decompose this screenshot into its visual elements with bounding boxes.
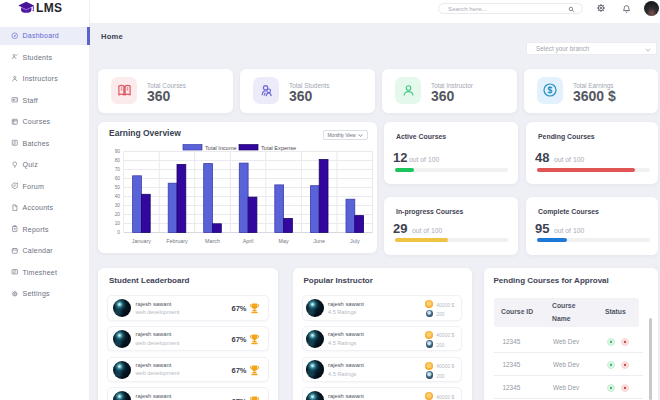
svg-text:Total Expense: Total Expense bbox=[261, 145, 296, 151]
svg-text:60: 60 bbox=[115, 176, 121, 181]
svg-text:30: 30 bbox=[115, 203, 121, 208]
svg-text:May: May bbox=[279, 238, 289, 244]
svg-text:January: January bbox=[132, 238, 151, 244]
svg-text:70: 70 bbox=[115, 167, 121, 172]
svg-text:80: 80 bbox=[115, 158, 121, 163]
svg-text:90: 90 bbox=[115, 149, 121, 154]
svg-text:0: 0 bbox=[117, 230, 120, 235]
svg-text:July: July bbox=[350, 238, 360, 244]
svg-text:March: March bbox=[205, 238, 220, 244]
svg-text:February: February bbox=[166, 238, 188, 244]
svg-text:50: 50 bbox=[115, 185, 121, 190]
svg-text:April: April bbox=[243, 238, 254, 244]
svg-text:Total Income: Total Income bbox=[205, 145, 237, 151]
svg-text:June: June bbox=[313, 238, 325, 244]
svg-text:10: 10 bbox=[115, 221, 121, 226]
svg-text:20: 20 bbox=[115, 212, 121, 217]
svg-text:40: 40 bbox=[115, 194, 121, 199]
